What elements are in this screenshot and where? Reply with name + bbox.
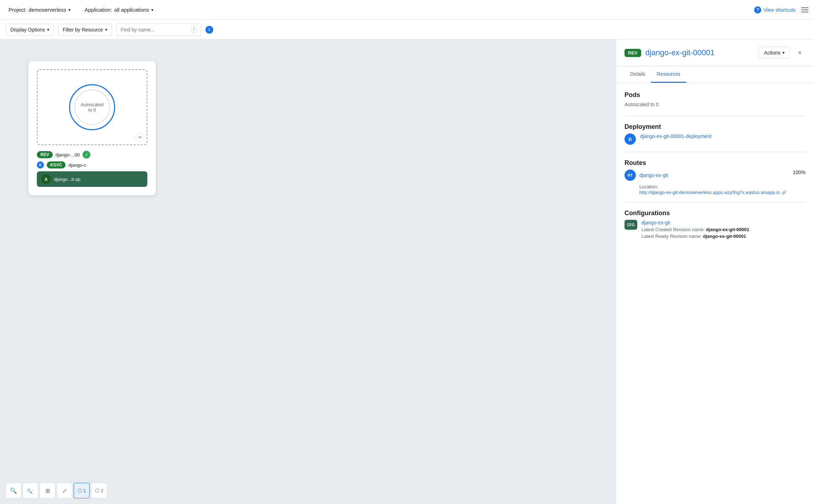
hamburger-line-3 — [801, 12, 808, 12]
route-icon: RT — [624, 170, 636, 181]
panel-title-text: django-ex-git-00001 — [645, 48, 715, 57]
zoom-out-button[interactable]: 🔍- — [23, 483, 38, 498]
outer-circle: Autoscaledto 0 — [69, 84, 115, 130]
cfg-latest-ready-value: django-ex-git-00001 — [703, 234, 746, 239]
app-name: all applications — [114, 7, 149, 13]
deployment-section: Deployment D django-ex-git-00001-deploym… — [624, 123, 805, 145]
panel-tabs: Details Resources — [616, 66, 814, 83]
route-left: RT django-ex-git — [624, 170, 668, 181]
collapse-button[interactable]: ⊞ — [40, 483, 55, 498]
filter-by-resource-label: Filter by Resource — [63, 27, 103, 33]
deployment-icon: D — [624, 133, 636, 145]
app-name: django...it-ap — [54, 177, 80, 182]
configurations-title: Configurations — [624, 210, 805, 217]
circle-container: Autoscaledto 0 — [69, 84, 115, 130]
location-label: Location: — [639, 184, 658, 189]
actions-chevron-icon: ▾ — [782, 50, 785, 55]
cfg-latest-ready: Latest Ready Revision name: django-ex-gi… — [641, 234, 749, 239]
rev-chip-name: django-...00 — [56, 152, 80, 158]
toolbar: Display Options ▾ Filter by Resource ▾ /… — [0, 20, 814, 40]
location-url[interactable]: http://django-ex-git-demoserverless.apps… — [639, 190, 780, 195]
routes-title: Routes — [624, 159, 805, 167]
search-bar: / — [116, 23, 201, 36]
collapse-icon: ⊞ — [45, 487, 50, 494]
view-shortcuts-label: View shortcuts — [763, 7, 796, 13]
close-icon: × — [798, 49, 802, 57]
git-icon: ⟲ — [135, 133, 144, 142]
rev-chip-label: REV — [40, 152, 49, 157]
tab-resources[interactable]: Resources — [651, 66, 686, 83]
main-layout: Autoscaledto 0 ⟲ REV django-...00 ✓ K KS… — [0, 40, 814, 504]
filter-chevron-icon: ▾ — [105, 27, 107, 32]
top-bar-right: ? View shortcuts — [754, 6, 808, 13]
configurations-section: Configurations CFG django-ex-git Latest … — [624, 210, 805, 239]
pods-section: Pods Autoscaled to 0 — [624, 91, 805, 107]
rev-badge: REV — [624, 49, 641, 57]
divider-2 — [624, 152, 805, 152]
app-row[interactable]: A django...it-ap — [37, 171, 147, 187]
top-bar-left: Project: demoserverless ▾ Application: a… — [6, 5, 156, 15]
tab-details[interactable]: Details — [624, 66, 651, 83]
deployment-title: Deployment — [624, 123, 805, 131]
divider-1 — [624, 116, 805, 116]
hamburger-line-1 — [801, 7, 808, 8]
autoscaled-label: Autoscaledto 0 — [81, 102, 103, 113]
route-row: RT django-ex-git 100% — [624, 170, 805, 181]
zoom-out-icon: 🔍- — [27, 487, 34, 494]
ksvc-name: django-c — [68, 162, 86, 168]
node1-button[interactable]: ⬡ 1 — [74, 483, 90, 498]
project-label: Project: — [9, 7, 27, 13]
expand-icon: ⤢ — [62, 487, 67, 494]
pods-title: Pods — [624, 91, 805, 99]
route-percent: 100% — [793, 170, 805, 175]
node1-icon: ⬡ — [78, 488, 82, 493]
zoom-in-button[interactable]: 🔍 — [6, 483, 21, 498]
ksvc-chip-label: KSVC — [50, 162, 62, 167]
route-link[interactable]: django-ex-git — [639, 172, 668, 178]
bottom-toolbar: 🔍 🔍- ⊞ ⤢ ⬡ 1 ⬡ 2 — [6, 483, 107, 498]
slash-badge: / — [191, 27, 196, 33]
display-options-button[interactable]: Display Options ▾ — [6, 24, 54, 36]
cfg-link[interactable]: django-ex-git — [641, 220, 670, 225]
node1-label: 1 — [83, 488, 86, 493]
divider-3 — [624, 202, 805, 202]
actions-button[interactable]: Actions ▾ — [759, 47, 790, 59]
cfg-latest-created-value: django-ex-git-00001 — [706, 227, 749, 232]
app-chevron-icon: ▾ — [151, 7, 153, 12]
node2-button[interactable]: ⬡ 2 — [91, 483, 107, 498]
view-shortcuts-link[interactable]: ? View shortcuts — [754, 6, 796, 13]
k-badge: K — [37, 161, 44, 168]
filter-by-resource-button[interactable]: Filter by Resource ▾ — [58, 24, 112, 36]
app-label: Application: — [85, 7, 112, 13]
zoom-in-icon: 🔍 — [10, 487, 17, 494]
deployment-link[interactable]: django-ex-git-00001-deployment — [640, 133, 712, 139]
project-chevron-icon: ▾ — [68, 7, 70, 12]
top-bar: Project: demoserverless ▾ Application: a… — [0, 0, 814, 20]
panel-content: Pods Autoscaled to 0 Deployment D django… — [616, 83, 814, 253]
ksvc-row[interactable]: K KSVC django-c — [37, 161, 147, 168]
search-input[interactable] — [121, 27, 188, 33]
dashed-box: Autoscaledto 0 ⟲ — [37, 69, 147, 145]
panel-title: REV django-ex-git-00001 — [624, 48, 714, 57]
canvas-card: Autoscaledto 0 ⟲ REV django-...00 ✓ K KS… — [28, 61, 156, 195]
side-panel: REV django-ex-git-00001 Actions ▾ × Deta… — [616, 40, 814, 504]
rev-row[interactable]: REV django-...00 ✓ — [37, 151, 147, 159]
routes-section: Routes RT django-ex-git 100% Location: h… — [624, 159, 805, 195]
project-selector[interactable]: Project: demoserverless ▾ — [6, 5, 73, 15]
question-icon: ? — [754, 6, 761, 13]
info-icon[interactable]: i — [205, 26, 213, 34]
expand-button[interactable]: ⤢ — [57, 483, 72, 498]
display-options-chevron-icon: ▾ — [47, 27, 49, 32]
panel-header-actions: Actions ▾ × — [759, 47, 805, 59]
close-button[interactable]: × — [794, 47, 805, 58]
ksvc-chip: KSVC — [47, 161, 66, 168]
cfg-row: CFG django-ex-git Latest Created Revisio… — [624, 220, 805, 239]
hamburger-menu[interactable] — [801, 7, 808, 12]
hamburger-line-2 — [801, 10, 808, 10]
actions-label: Actions — [764, 50, 780, 56]
panel-header: REV django-ex-git-00001 Actions ▾ × — [616, 40, 814, 66]
display-options-label: Display Options — [10, 27, 45, 33]
app-selector[interactable]: Application: all applications ▾ — [82, 5, 156, 15]
cfg-latest-created: Latest Created Revision name: django-ex-… — [641, 227, 749, 232]
node2-icon: ⬡ — [95, 488, 99, 493]
